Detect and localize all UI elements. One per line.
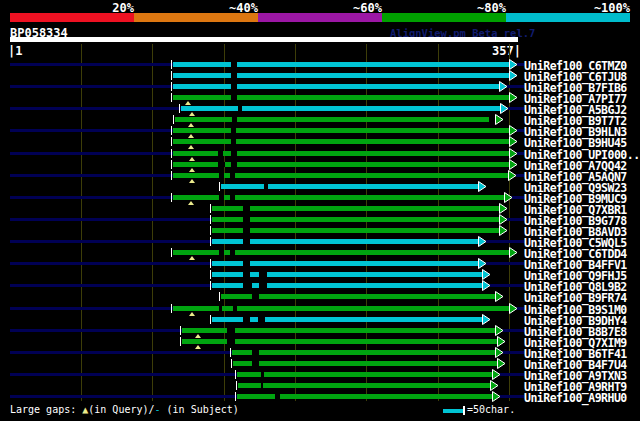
alignment-gap [275,394,280,399]
leader-line-right [517,63,524,66]
alignment-bar[interactable] [221,294,495,299]
alignment-bar[interactable] [175,117,495,122]
alignment-gap [258,317,265,322]
bar-arrowhead-icon [497,336,506,347]
bar-start-tick [171,93,172,102]
alignment-row: UniRef100_C6TMZ0 [0,59,640,70]
alignment-bar[interactable] [173,62,509,67]
alignment-row: UniRef100_A9TXN3 [0,369,640,380]
alignment-bar[interactable] [212,317,482,322]
alignment-bar[interactable] [212,283,482,288]
bar-start-tick [171,171,172,180]
alignment-gap [261,383,263,388]
alignment-row: UniRef100_A7PI77 [0,92,640,103]
alignment-bar[interactable] [212,206,499,211]
leader-line [10,240,212,243]
alignment-bar[interactable] [173,95,509,100]
alignment-bar[interactable] [212,272,482,277]
alignment-gap [243,228,250,233]
leader-line-right [503,351,524,354]
leader-line [10,395,237,398]
alignment-bar[interactable] [212,239,478,244]
gap-legend-mid: (in Query)/ [88,404,154,415]
alignment-bar[interactable] [181,106,500,111]
alignment-bar[interactable] [173,139,509,144]
alignment-row: UniRef100_Q7XIM9 [0,336,640,347]
alignment-bar[interactable] [238,383,490,388]
alignment-gap [231,84,237,89]
bar-arrowhead-icon [482,314,491,325]
alignment-gap [231,162,237,167]
alignment-gap [227,339,235,344]
alignment-bar[interactable] [212,217,499,222]
leader-line [10,196,173,199]
alignment-bar[interactable] [232,350,495,355]
alignment-bar[interactable] [173,306,509,311]
alignment-row: UniRef100_Q9SW23 [0,181,640,192]
bar-arrowhead-icon [509,70,518,81]
alignment-row: UniRef100_B8AVD3 [0,225,640,236]
leader-line [10,85,173,88]
leader-line-right [517,152,524,155]
leader-line [10,284,212,287]
alignment-bar[interactable] [173,84,499,89]
alignment-row: UniRef100_B9DHY4 [0,314,640,325]
alignment-gap [227,328,235,333]
leader-line-right [512,196,524,199]
alignment-row: UniRef100_Q9FHJ5 [0,269,640,280]
alignment-row: UniRef100_A5BGJ2 [0,103,640,114]
bar-start-tick [210,215,211,224]
alignment-bar[interactable] [212,228,499,233]
leader-line [10,174,173,177]
bar-start-tick [219,182,220,191]
leader-line-right [508,107,524,110]
alignment-gap [230,195,235,200]
alignment-bar[interactable] [212,261,478,266]
leader-line-right [517,307,524,310]
leader-line [10,63,173,66]
alignment-row: UniRef100_C5WQL5 [0,236,640,247]
alignment-gap [231,95,237,100]
alignment-bar[interactable] [173,73,509,78]
gap-legend-prefix: Large gaps: [10,404,82,415]
bar-start-tick [180,326,181,335]
alignment-row: UniRef100_C6TJU8 [0,70,640,81]
alignment-gap [252,361,259,366]
alignment-gap [238,106,242,111]
alignment-bar[interactable] [221,184,478,189]
alignment-bar[interactable] [173,128,509,133]
alignment-row: UniRef100_Q8L9B2 [0,280,640,291]
leader-line [10,307,173,310]
alignment-gap [233,306,237,311]
leader-line-right [507,85,524,88]
bar-arrowhead-icon [509,136,518,147]
bar-start-tick [171,126,172,135]
alignment-gap [243,283,252,288]
bar-arrowhead-icon [497,358,506,369]
bar-start-tick [180,337,181,346]
alignment-bar[interactable] [173,151,509,156]
alignment-bar[interactable] [237,372,492,377]
alignment-row: UniRef100_B7FIB6 [0,81,640,92]
gap-legend: Large gaps: ▲(in Query)/- (in Subject) [10,403,239,417]
leader-line-right [486,240,524,243]
alignment-gap [243,261,250,266]
bar-start-tick [171,82,172,91]
bar-arrowhead-icon [495,291,504,302]
bar-start-tick [171,193,172,202]
alignment-gap [231,151,237,156]
bar-start-tick [173,115,174,124]
hit-label[interactable]: UniRef100_A9RHU0 [524,391,627,405]
bar-start-tick [210,226,211,235]
leader-line-right [517,129,524,132]
leader-line [10,329,182,332]
leader-line-right [516,174,524,177]
alignment-row: UniRef100_A9RHU0 [0,391,640,402]
alignment-bar[interactable] [233,361,497,366]
alignment-row: UniRef100_B4F7U4 [0,358,640,369]
leader-line [10,107,181,110]
alignment-gap [261,372,264,377]
bar-start-tick [171,304,172,313]
bar-arrowhead-icon [490,380,499,391]
alignment-row: UniRef100_B9T7T2 [0,114,640,125]
